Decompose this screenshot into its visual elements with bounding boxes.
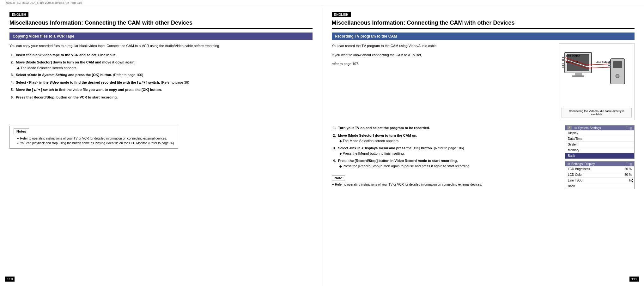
system-settings-panel: 3 ⚙ System Settings ☐ ▤ Display Date/Tim… <box>565 125 635 159</box>
panel2-lineinout: Line In/Out In ▲ ▼ <box>565 178 634 183</box>
panel2-icon: ⚙ <box>567 162 570 166</box>
note-text: Refer to operating instructions of your … <box>332 182 560 187</box>
top-bar: 00814F SC-M102 USA_5-Info 2004.8.30 9:52… <box>0 0 644 6</box>
panel1-num: 3 <box>567 126 572 130</box>
display-settings-panel: ⚙ Settings: Display ☐ ▤ LCD Brightness 5… <box>565 161 635 189</box>
scroll-arrows: ▲ ▼ <box>631 178 634 183</box>
r-step-3-bullet: Press the [Menu] button to finish settin… <box>333 151 560 156</box>
r-step-2: 2. Move [Mode Selector] down to turn the… <box>332 133 560 144</box>
svg-rect-6 <box>562 60 565 61</box>
left-page: ENGLISH Miscellaneous Information: Conne… <box>0 6 322 286</box>
left-intro: You can copy your recorded files to a re… <box>9 43 313 49</box>
right-section-header: Recording TV program to the CAM <box>332 33 635 40</box>
svg-rect-18 <box>608 67 611 68</box>
right-intro-1: You can record the TV program to the CAM… <box>332 43 554 49</box>
left-section-header: Copying Video files to a VCR Tape <box>9 33 313 40</box>
diagram-caption: Connecting the Video/Audio cable directl… <box>562 108 632 117</box>
svg-point-15 <box>617 75 618 77</box>
panel2-header: ⚙ Settings: Display ☐ ▤ <box>565 162 634 166</box>
panel2-color: LCD Color 50 % <box>565 172 634 178</box>
panel1-system: System <box>565 142 634 147</box>
svg-rect-16 <box>608 63 611 64</box>
svg-rect-2 <box>575 73 582 75</box>
page-num-left: 110 <box>5 277 15 282</box>
panel1-display: Display <box>565 130 634 136</box>
right-content: You can record the TV program to the CAM… <box>332 43 635 120</box>
right-intro-3: refer to page 107. <box>332 61 554 67</box>
note-item-1: Refer to operating instructions of your … <box>14 136 174 141</box>
panel1-body: Display Date/Time System Memory Back <box>565 130 634 158</box>
panel2-title: Settings: Display <box>571 162 595 166</box>
page-num-right: 111 <box>629 277 639 282</box>
panel1-icon: ⚙ <box>574 126 577 130</box>
svg-rect-10 <box>562 67 565 68</box>
panel1-controls: ☐ ▤ <box>626 126 632 130</box>
notes-box: Notes Refer to operating instructions of… <box>9 126 178 149</box>
panel2-back: Back <box>565 183 634 189</box>
svg-rect-17 <box>608 65 611 66</box>
right-page: ENGLISH Miscellaneous Information: Conne… <box>322 6 644 286</box>
english-badge-right: ENGLISH <box>332 12 351 17</box>
r-step-4-bullet: Press the [Record/Stop] button again to … <box>333 164 560 169</box>
connection-diagram: Line Output Line Input Li <box>562 46 631 106</box>
left-page-title: Miscellaneous Information: Connecting th… <box>9 20 313 29</box>
right-note-area: Note Refer to operating instructions of … <box>332 175 560 187</box>
note-item-2: You can playback and stop using the butt… <box>14 141 174 146</box>
r-step-2-bullet: The Mode Selection screen appears. <box>333 138 560 144</box>
panel1-back: Back <box>565 153 634 158</box>
settings-panels: 3 ⚙ System Settings ☐ ▤ Display Date/Tim… <box>565 125 635 189</box>
step-3: 3. Select <Out> in System Setting and pr… <box>9 72 313 78</box>
panel2-body: LCD Brightness 50 % LCD Color 50 % Line … <box>565 166 634 189</box>
panel2-brightness: LCD Brightness 50 % <box>565 166 634 172</box>
r-step-4: 4. Press the [Record/Stop] button in Vid… <box>332 158 560 169</box>
svg-rect-3 <box>572 75 584 77</box>
svg-rect-9 <box>562 65 565 66</box>
notes-title: Notes <box>14 128 29 134</box>
step-6: 6. Press the [Record/Stop] button on the… <box>9 95 313 100</box>
left-steps: 1. Insert the blank video tape to the VC… <box>9 52 313 100</box>
top-bar-text: 00814F SC-M102 USA_5-Info 2004.8.30 9:52… <box>6 1 82 4</box>
note-label: Note <box>332 175 345 181</box>
panel1-memory: Memory <box>565 147 634 153</box>
r-step-1: 1. Turn your TV on and select the progra… <box>332 125 560 131</box>
step-2: 2. Move [Mode Selector] down to turn on … <box>9 60 313 70</box>
step-1: 1. Insert the blank video tape to the VC… <box>9 52 313 58</box>
svg-rect-8 <box>562 63 565 64</box>
svg-rect-13 <box>613 61 622 68</box>
right-intro-2: If you want to know about connecting the… <box>332 52 554 58</box>
svg-rect-4 <box>562 57 565 58</box>
panel1-header: 3 ⚙ System Settings ☐ ▤ <box>565 126 634 130</box>
step-2-bullet: The Mode Selection screen appears. <box>11 65 313 71</box>
right-text-area: You can record the TV program to the CAM… <box>332 43 554 120</box>
panel1-title: System Settings <box>578 126 601 130</box>
step-5: 5. Move the [▲/▼] switch to find the vid… <box>9 87 313 93</box>
right-steps-area: 1. Turn your TV on and select the progra… <box>332 125 560 189</box>
r-step-3: 3. Select <In> in <Display> menu and pre… <box>332 146 560 156</box>
panel2-controls: ☐ ▤ <box>626 162 632 166</box>
diagram-box: Line Output Line Input Li <box>559 43 635 120</box>
english-badge-left: ENGLISH <box>9 12 28 17</box>
svg-text:Line Output: Line Output <box>566 54 580 57</box>
right-page-title: Miscellaneous Information: Connecting th… <box>332 20 635 29</box>
svg-rect-5 <box>562 59 565 60</box>
svg-text:Line Output: Line Output <box>596 61 610 63</box>
pages-container: ENGLISH Miscellaneous Information: Conne… <box>0 6 644 286</box>
right-steps: 1. Turn your TV on and select the progra… <box>332 125 560 169</box>
step-4: 4. Select <Play> in the Video mode to fi… <box>9 80 313 86</box>
panel1-datetime: Date/Time <box>565 136 634 142</box>
